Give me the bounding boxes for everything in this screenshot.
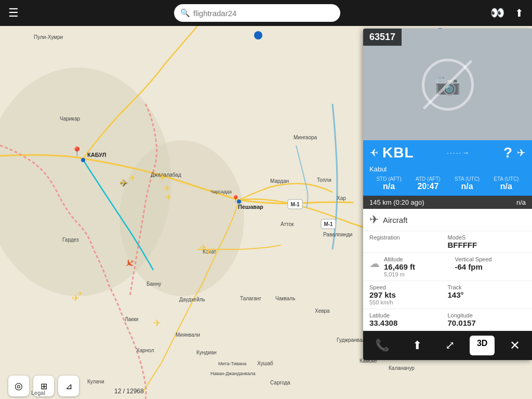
3d-label: 3D [477, 339, 487, 348]
svg-text:Харнол: Харнол [136, 348, 154, 353]
svg-text:✈: ✈ [158, 172, 166, 183]
search-input[interactable] [193, 9, 334, 18]
modes-col: ModeS BFFFFF [448, 234, 526, 249]
svg-point-7 [81, 158, 85, 162]
flight-panel: 63517 📷 ✈ KBL ·····→ ? ✈ Kabul STD (AFT)… [363, 29, 532, 360]
registration-label: Registration [369, 234, 448, 241]
svg-text:Мита-Тивана: Мита-Тивана [218, 361, 246, 366]
svg-text:Гардез: Гардез [62, 237, 79, 243]
longitude-col: Longitude 70.0157 [448, 312, 526, 327]
share-icon[interactable]: ⬆ [515, 7, 524, 19]
registration-row: Registration ModeS BFFFFF [363, 231, 532, 253]
svg-text:📍: 📍 [231, 195, 241, 204]
track-col: Track 143° [448, 284, 526, 305]
altitude-col: Altitude 16,469 ft 5,019 m [384, 256, 455, 277]
sta-col: STA (UTC) n/a [448, 176, 487, 191]
std-col: STD (AFT) n/a [369, 176, 408, 191]
vertical-speed-col: Vertical Speed -64 fpm [455, 256, 526, 277]
svg-text:Калананур: Калананур [389, 365, 415, 371]
eta-col: ETA (UTC) n/a [487, 176, 526, 191]
close-button[interactable]: ✕ [501, 336, 528, 355]
svg-text:✈: ✈ [164, 184, 170, 193]
plane-icon-departure: ✈ [369, 147, 378, 159]
share-flight-button[interactable]: ⬆ [404, 337, 430, 354]
svg-point-9 [254, 31, 262, 39]
plane-icon-arrival: ✈ [517, 147, 526, 159]
aircraft-label: Aircraft [383, 216, 408, 224]
no-photo-icon: 📷 [422, 59, 474, 111]
svg-text:M-1: M-1 [324, 221, 333, 227]
route-arrow: ·····→ [418, 149, 499, 157]
svg-text:Талаганг: Талаганг [240, 296, 261, 301]
svg-text:Мингаора: Мингаора [294, 135, 317, 140]
close-icon: ✕ [510, 338, 520, 353]
compress-button[interactable]: ⤢ [437, 337, 463, 354]
phone-icon: 📞 [375, 339, 389, 352]
svg-text:Хевра: Хевра [315, 308, 330, 314]
speed-col: Speed 297 kts 550 km/h [369, 284, 448, 305]
location-button[interactable]: ◎ [8, 376, 29, 396]
aircraft-row: ✈ Aircraft [363, 209, 532, 231]
weather-icon: ☁ [369, 257, 380, 270]
svg-text:✈: ✈ [77, 289, 83, 298]
svg-text:Чарсадда: Чарсадда [210, 189, 232, 194]
svg-text:Чакваль: Чакваль [275, 296, 295, 301]
sta-label: STA (UTC) [448, 176, 487, 182]
track-value: 143° [448, 290, 526, 299]
location-icon: ◎ [15, 380, 23, 392]
svg-text:Мардан: Мардан [270, 178, 289, 184]
svg-text:Лакки: Лакки [125, 316, 138, 322]
binoculars-icon[interactable]: 👀 [490, 6, 504, 20]
svg-text:Банну: Банну [147, 281, 161, 287]
svg-text:Чарикар: Чарикар [60, 116, 81, 122]
track-label: Track [448, 284, 526, 290]
altitude-label: Altitude [384, 256, 455, 262]
altitude-value: 16,469 ft [384, 262, 415, 271]
altitude-row: ☁ Altitude 16,469 ft 5,019 m Vertical Sp… [363, 253, 532, 281]
3d-button[interactable]: 3D [470, 336, 495, 355]
svg-text:Хар: Хар [337, 195, 346, 201]
altitude-unit: 5,019 m [384, 271, 455, 277]
longitude-value: 70.0157 [448, 318, 526, 327]
speed-row: Speed 297 kts 550 km/h Track 143° [363, 281, 532, 309]
aircraft-icon: ✈ [369, 213, 379, 227]
flight-id-badge: 63517 [363, 29, 402, 46]
atd-value: 20:47 [408, 182, 447, 191]
legal-text: Legal [31, 390, 45, 396]
svg-text:M-1: M-1 [290, 202, 300, 207]
std-label: STD (AFT) [369, 176, 408, 182]
svg-text:Пули-Хумри: Пули-Хумри [34, 34, 63, 40]
phone-button[interactable]: 📞 [367, 337, 397, 354]
latitude-value: 33.4308 [369, 318, 448, 327]
svg-text:Равалпинди: Равалпинди [323, 232, 352, 237]
distance-info: 145 km (0:20 ago) [369, 198, 424, 206]
svg-text:📍: 📍 [71, 146, 83, 157]
coordinates-row: Latitude 33.4308 Longitude 70.0157 [363, 309, 532, 331]
svg-text:✈: ✈ [119, 178, 127, 188]
eta-label: ETA (UTC) [487, 176, 526, 182]
modes-value: BFFFFF [448, 241, 526, 249]
distance-bar: 145 km (0:20 ago) n/a [363, 196, 532, 209]
std-value: n/a [369, 182, 408, 191]
filter-button[interactable]: ⊿ [58, 376, 79, 396]
latitude-label: Latitude [369, 312, 448, 318]
atd-label: ATD (AFT) [408, 176, 447, 182]
svg-text:КАБУЛ: КАБУЛ [87, 152, 106, 158]
origin-name: Kabul [363, 165, 532, 175]
svg-text:✈: ✈ [205, 248, 211, 256]
eta-value: n/a [487, 182, 526, 191]
speed-value: 297 kts [369, 290, 448, 299]
modes-label: ModeS [448, 234, 526, 241]
filter-icon: ⊿ [65, 381, 72, 391]
page-count: 12 / 12968 [114, 388, 144, 395]
menu-button[interactable]: ☰ [8, 6, 24, 20]
svg-text:✈: ✈ [129, 174, 136, 182]
time-row: STD (AFT) n/a ATD (AFT) 20:47 STA (UTC) … [363, 175, 532, 196]
search-bar[interactable]: 🔍 [174, 4, 340, 22]
distance-right: n/a [516, 198, 526, 206]
vertical-speed-value: -64 fpm [455, 262, 526, 271]
share-flight-icon: ⬆ [413, 339, 422, 352]
compress-icon: ⤢ [445, 339, 455, 352]
route-bar: ✈ KBL ·····→ ? ✈ [363, 140, 532, 165]
speed-unit: 550 km/h [369, 299, 448, 305]
